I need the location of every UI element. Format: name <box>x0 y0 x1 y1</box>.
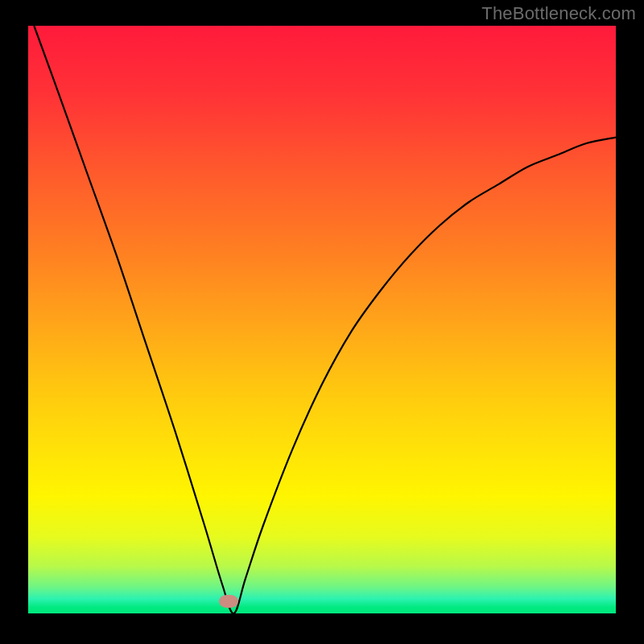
chart-stage: TheBottleneck.com <box>0 0 644 644</box>
attribution-text: TheBottleneck.com <box>481 3 636 24</box>
plot-area <box>28 26 616 613</box>
optimal-marker <box>219 595 238 608</box>
bottleneck-chart <box>0 0 644 644</box>
